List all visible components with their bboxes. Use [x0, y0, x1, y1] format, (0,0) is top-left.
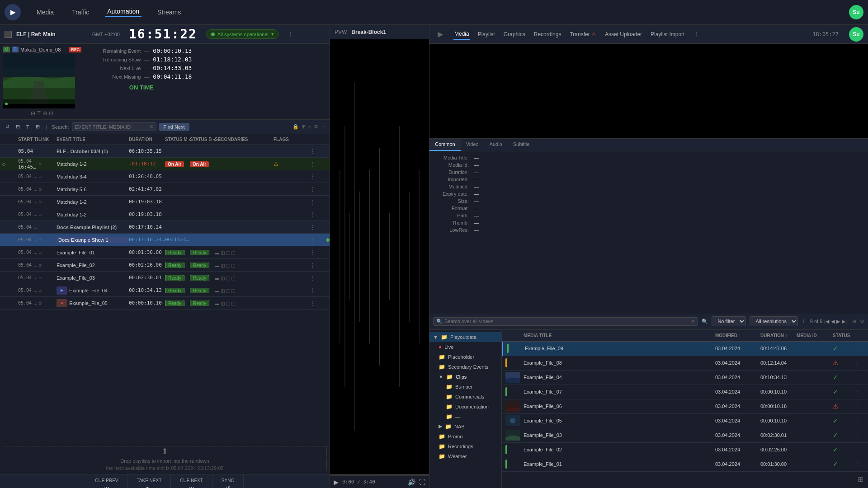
file-menu[interactable]: ⋮: [855, 375, 860, 380]
thumb-ctrl-1[interactable]: ⊟: [31, 110, 35, 117]
toolbar-btn-4[interactable]: ⊞: [34, 123, 42, 131]
pvw-menu[interactable]: ⋮: [420, 29, 425, 35]
status-chevron[interactable]: ▾: [271, 31, 274, 37]
list-icon[interactable]: ≡: [308, 124, 311, 130]
row-menu[interactable]: ⋮: [310, 262, 315, 268]
media-search-input[interactable]: [444, 319, 689, 324]
right-nav-playlist[interactable]: Playlist: [477, 29, 496, 39]
right-nav-more[interactable]: ⋮: [694, 31, 699, 37]
file-row[interactable]: Example_File_01 03.04.2024 00:01:30.00 ✓…: [502, 457, 868, 472]
folder-live[interactable]: ● Live: [429, 342, 501, 352]
folder-placeholder[interactable]: 📁 Placeholder: [429, 352, 501, 362]
right-nav-media[interactable]: Media: [453, 29, 470, 40]
fullscreen-icon[interactable]: ⛶: [419, 479, 425, 486]
folder-commercials[interactable]: 📁 Commercials: [429, 392, 501, 402]
table-row[interactable]: 05.04 22:18:10.20 ○ Matchday 1-2 00:19:0…: [0, 196, 330, 208]
page-next[interactable]: ▶: [836, 319, 840, 324]
table-row[interactable]: 05.04 22:37:14.13 ○ Matchday 1-2 00:19:0…: [0, 208, 330, 221]
thumb-ctrl-3[interactable]: ⊞: [42, 110, 47, 117]
take-next-button[interactable]: TAKE NEXT ▶: [127, 474, 171, 488]
nav-automation[interactable]: Automation: [105, 8, 142, 17]
resolution-dropdown[interactable]: All resolutions: [750, 316, 798, 326]
grid-icon[interactable]: ⊞: [302, 124, 306, 130]
col-duration[interactable]: DURATION ↑: [760, 333, 797, 338]
user-avatar[interactable]: Su: [849, 5, 863, 19]
file-menu[interactable]: ⋮: [855, 346, 860, 351]
folder-promo[interactable]: 📁 Promo: [429, 432, 501, 441]
cue-prev-button[interactable]: CUE PREV ⏮: [86, 474, 127, 488]
page-prev[interactable]: ◀: [831, 319, 835, 324]
col-media-id[interactable]: MEDIA ID: [797, 333, 833, 338]
header-menu-icon[interactable]: ⋮: [288, 31, 293, 37]
folder-bumper[interactable]: 📁 Bumper: [429, 382, 501, 392]
table-row[interactable]: 05.04 23:02:44.07 ○ ▶ Example_File_04 00…: [0, 284, 330, 297]
table-row[interactable]: 05.04 23:13:18.20 ○ ✕ Example_File_05 00…: [0, 297, 330, 310]
file-row[interactable]: Example_File_06 03.04.2024 00:00:10.18 ⚠…: [502, 399, 868, 414]
folder-secondary[interactable]: 📁 Secondary Events: [429, 362, 501, 372]
drop-zone[interactable]: ⬆ Drop playlists to import into the rund…: [3, 446, 327, 471]
view-grid-btn[interactable]: ⊞: [852, 319, 856, 324]
play-button[interactable]: ▶: [334, 479, 339, 486]
row-menu[interactable]: ⋮: [310, 186, 315, 192]
table-row[interactable]: ○ 05.0416:45:42.15 ○ Matchday 1-2 -01:18…: [0, 158, 330, 170]
file-row[interactable]: Example_File_03 03.04.2024 00:02:30.01 ✓…: [502, 428, 868, 443]
file-row[interactable]: Example_File_05 03.04.2024 00:00:10.10 ✓…: [502, 414, 868, 428]
cue-next-button[interactable]: CUE NEXT ⏭: [171, 474, 212, 488]
folder-weather[interactable]: 📁 Weather: [429, 451, 501, 461]
tab-audio[interactable]: Audio: [484, 139, 508, 151]
clear-media-search[interactable]: ✕: [691, 319, 695, 324]
right-nav-asset-uploader[interactable]: Asset Uploader: [604, 29, 643, 39]
toolbar-btn-3[interactable]: T: [24, 123, 31, 131]
row-menu[interactable]: ⋮: [310, 148, 315, 155]
header-square[interactable]: [5, 31, 12, 38]
file-row[interactable]: Example_File_04 03.04.2024 00:10:34.13 ✓…: [502, 371, 868, 385]
file-menu[interactable]: ⋮: [855, 360, 860, 366]
expand-icon[interactable]: ⊞: [858, 475, 863, 483]
folder-blank[interactable]: 📁 —: [429, 412, 501, 422]
table-row[interactable]: 05.04 18:09:35.12 ○ Matchday 3-4 01:26:4…: [0, 170, 330, 183]
row-menu[interactable]: ⋮: [310, 199, 315, 205]
view-settings-btn[interactable]: ⚙: [860, 319, 864, 324]
page-first[interactable]: |◀: [824, 319, 829, 324]
find-next-button[interactable]: Find Next: [159, 123, 189, 131]
right-nav-playlist-import[interactable]: Playlist Import: [650, 29, 685, 39]
folder-root[interactable]: ▼ 📁 Playoutdata: [429, 332, 501, 342]
file-menu[interactable]: ⋮: [855, 461, 860, 467]
file-row[interactable]: Example_File_09 03.04.2024 00:14:47.06 ✓…: [502, 342, 868, 356]
row-menu[interactable]: ⋮: [310, 237, 315, 243]
file-row[interactable]: Example_File_02 03.04.2024 00:02:26.00 ✓…: [502, 443, 868, 457]
table-row[interactable]: 05.04 ELF - October 03/4 (1) 06:10:35.15…: [0, 145, 330, 158]
nav-streams[interactable]: Streams: [155, 9, 183, 16]
table-row[interactable]: 05.04 22:57:48.06 ○ Example_File_02 00:0…: [0, 259, 330, 272]
right-user-avatar[interactable]: Su: [849, 27, 863, 42]
folder-clips[interactable]: ▼ 📁 Clips: [429, 372, 501, 382]
right-nav-graphics[interactable]: Graphics: [503, 29, 526, 39]
file-menu[interactable]: ⋮: [855, 418, 860, 423]
page-last[interactable]: ▶|: [842, 319, 847, 324]
file-menu[interactable]: ⋮: [855, 447, 860, 452]
file-row[interactable]: Example_File_08 03.04.2024 00:12:14.04 ⚠…: [502, 356, 868, 371]
thumb-ctrl-4[interactable]: ⊡: [49, 110, 53, 117]
nav-media[interactable]: Media: [34, 9, 56, 16]
media-search-icon[interactable]: 🔍: [702, 319, 708, 324]
table-row[interactable]: 05.04 23:00:14.06 ○ Example_File_03 00:0…: [0, 272, 330, 284]
tab-common[interactable]: Common: [429, 139, 461, 151]
refresh-btn[interactable]: ↺: [4, 123, 11, 131]
row-menu[interactable]: ⋮: [310, 161, 315, 167]
row-menu[interactable]: ⋮: [310, 174, 315, 180]
settings-icon[interactable]: ⚙: [314, 124, 318, 130]
col-media-title[interactable]: MEDIA TITLE ↑: [524, 333, 715, 338]
nav-arrow[interactable]: ▶: [434, 30, 447, 38]
volume-icon[interactable]: 🔊: [408, 479, 415, 486]
table-row[interactable]: 05.04 22:56:18.06 ○ Docs Example Show 1 …: [0, 234, 330, 246]
nav-traffic[interactable]: Traffic: [70, 9, 91, 16]
right-nav-recordings[interactable]: Recordings: [533, 29, 562, 39]
thumb-menu[interactable]: ⋮: [62, 47, 67, 52]
folder-documentation[interactable]: 📁 Documentation: [429, 402, 501, 412]
row-menu[interactable]: ⋮: [310, 211, 315, 218]
file-row[interactable]: Example_File_07 03.04.2024 00:00:10.10 ✓…: [502, 385, 868, 399]
lock-icon[interactable]: 🔒: [292, 124, 299, 130]
table-row[interactable]: 05.04 22:56:18.06 Docs Example Playlist …: [0, 221, 330, 234]
tab-subtitle[interactable]: Subtitle: [508, 139, 535, 151]
table-menu[interactable]: ⋮: [321, 124, 326, 130]
